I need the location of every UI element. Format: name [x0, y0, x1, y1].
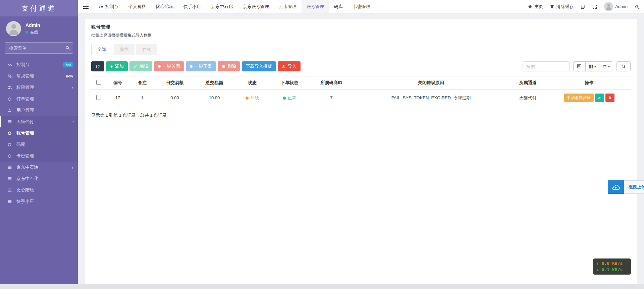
cogs-icon	[7, 74, 16, 78]
toggle-detail-view-button[interactable]	[573, 61, 586, 71]
sidebar-item-account-mgmt[interactable]: 账号管理	[0, 127, 78, 139]
drag-upload-label: 拖拽上传	[624, 180, 644, 194]
list-icon	[7, 199, 16, 204]
chevron-left-icon: ‹	[71, 85, 73, 90]
detail-view-icon	[577, 64, 582, 69]
refresh-button[interactable]	[91, 61, 104, 71]
accounts-table: 编号 备注 日交易额 总交易额 状态 下单状态 所属码商ID 关闭错误原因 所属…	[91, 76, 631, 106]
normal-all-button[interactable]: 一键正常	[186, 61, 216, 71]
filter-tab-online[interactable]: 在线	[136, 44, 157, 55]
clear-cache-button[interactable]: 清除缓存	[550, 4, 574, 10]
sidebar-item-console[interactable]: 控制台 hot	[0, 59, 78, 70]
col-channel: 所属通道	[508, 76, 548, 90]
offline-dot-icon	[246, 97, 249, 100]
sidebar-item-users[interactable]: 用户管理	[0, 105, 78, 116]
records-summary: 显示第 1 到第 1 条记录，总共 1 条记录	[91, 112, 631, 118]
topnav-tab-fuel-card[interactable]: 油卡管理	[274, 0, 302, 13]
cell-channel: 天猫代付	[508, 90, 548, 106]
filter-tab-all[interactable]: 全部	[91, 44, 112, 55]
manual-slider-verify-button[interactable]: 手动滑块验证	[564, 94, 594, 102]
user-icon	[7, 108, 16, 113]
topnav-tab-jd-sinopec[interactable]: 京东中石化	[206, 0, 238, 13]
menu-search-input[interactable]	[5, 42, 73, 54]
sidebar-item-permissions[interactable]: 权限管理 ‹	[0, 82, 78, 93]
row-checkbox[interactable]	[96, 95, 101, 100]
col-note: 备注	[129, 76, 155, 90]
fullscreen-button[interactable]	[592, 4, 597, 9]
list-icon	[7, 119, 16, 124]
export-dropdown-button[interactable]: ▾	[599, 61, 613, 71]
close-all-button[interactable]: 一键关闭	[154, 61, 184, 71]
sidebar: 支付通道 Admin 在线	[0, 0, 78, 284]
select-all-checkbox[interactable]	[96, 80, 101, 85]
topnav-tab-code-bank[interactable]: 码库	[329, 0, 348, 13]
home-button[interactable]: 主页	[528, 4, 543, 10]
sidebar-item-orders[interactable]: 订单管理	[0, 93, 78, 105]
import-button[interactable]: 导入	[278, 61, 301, 71]
filter-tab-offline[interactable]: 离线	[114, 44, 135, 55]
circle-icon	[7, 142, 16, 147]
user-menu[interactable]: Admin	[604, 2, 628, 11]
columns-dropdown-button[interactable]: ▾	[585, 61, 599, 71]
app-logo: 支付通道	[0, 0, 78, 16]
topnav-tab-profile[interactable]: 个人资料	[123, 0, 151, 13]
table-search-input[interactable]	[523, 61, 570, 71]
sidebar-menu: 控制台 hot 常规管理 new 权限管理 ‹	[0, 59, 78, 284]
row-delete-button[interactable]	[605, 94, 614, 102]
topbar: 控制台 个人资料 比心陪玩 快手小店 京东中石化 京东账号管理 油卡管理 账号管…	[78, 0, 644, 13]
cloud-upload-icon	[611, 184, 620, 190]
table-toolbar: + 添加 编辑 一键关闭 一键正常	[91, 61, 631, 71]
user-panel: Admin 在线	[0, 16, 78, 39]
topnav-tab-console[interactable]: 控制台	[94, 0, 123, 13]
home-icon	[528, 4, 532, 9]
topnav-tab-kuaishou[interactable]: 快手小店	[178, 0, 206, 13]
cell-order-status: 正常	[270, 90, 309, 106]
copy-page-button[interactable]	[581, 4, 585, 9]
download-template-button[interactable]: 下载导入模板	[242, 61, 276, 71]
user-name: Admin	[25, 22, 40, 28]
sidebar-toggle-button[interactable]	[78, 0, 94, 13]
search-icon	[621, 64, 626, 69]
topnav-tab-bixin[interactable]: 比心陪玩	[151, 0, 178, 13]
col-close-error: 关闭错误原因	[354, 76, 508, 90]
search-button[interactable]	[616, 61, 631, 71]
trash-icon	[550, 4, 554, 9]
add-button[interactable]: + 添加	[106, 61, 128, 71]
upload-button[interactable]	[608, 180, 624, 194]
topnav-tab-jd-account[interactable]: 京东账号管理	[238, 0, 274, 13]
sidebar-item-card-key[interactable]: 卡密管理	[0, 150, 78, 162]
sidebar-item-code-bank[interactable]: 码库	[0, 139, 78, 150]
edit-button[interactable]: 编辑	[129, 61, 152, 71]
sidebar-item-bixin[interactable]: 比心陪玩	[0, 184, 78, 196]
account-mgmt-card: 账号管理 批量上穿请根据模板格式导入数据 全部 离线 在线 + 添加	[85, 19, 637, 284]
sidebar-item-jd-sinopec[interactable]: 京东中石化	[0, 173, 78, 184]
sidebar-item-general[interactable]: 常规管理 new	[0, 70, 78, 82]
sidebar-group-tmall: 天猫代付 ‹ 账号管理 码库	[0, 116, 78, 162]
online-dot-icon	[283, 97, 286, 100]
active-indicator	[0, 116, 1, 127]
network-speed-monitor: ↑ 0.0 KB/s ↓ 0.1 KB/s	[593, 258, 631, 275]
topbar-right: 主页 清除缓存	[528, 0, 644, 13]
col-daily-amount: 日交易额	[155, 76, 194, 90]
upload-speed: ↑ 0.0 KB/s	[596, 260, 628, 267]
sidebar-item-jd-petrochina[interactable]: 京东中石油 ‹	[0, 162, 78, 173]
topnav-tab-card-key[interactable]: 卡密管理	[348, 0, 375, 13]
cell-actions: 手动滑块验证	[548, 90, 631, 106]
list-icon	[7, 188, 16, 192]
arrow-up-icon: ↑	[596, 261, 599, 266]
dashboard-icon	[7, 62, 16, 67]
cell-id: 17	[106, 90, 129, 106]
cell-status: 离线	[234, 90, 270, 106]
app-window: 支付通道 Admin 在线	[0, 0, 644, 284]
delete-button[interactable]: 删除	[218, 61, 240, 71]
pencil-icon	[133, 64, 138, 68]
circle-icon	[190, 65, 193, 68]
row-edit-button[interactable]	[595, 94, 604, 102]
settings-button[interactable]	[635, 4, 640, 9]
sidebar-item-kuaishou[interactable]: 快手小店	[0, 196, 78, 207]
topnav-tab-account-mgmt[interactable]: 账号管理	[302, 0, 329, 13]
grid-icon	[589, 64, 593, 69]
sidebar-item-tmall-pay[interactable]: 天猫代付 ‹	[0, 116, 78, 127]
col-actions: 操作	[548, 76, 631, 90]
trash-icon	[222, 64, 225, 68]
